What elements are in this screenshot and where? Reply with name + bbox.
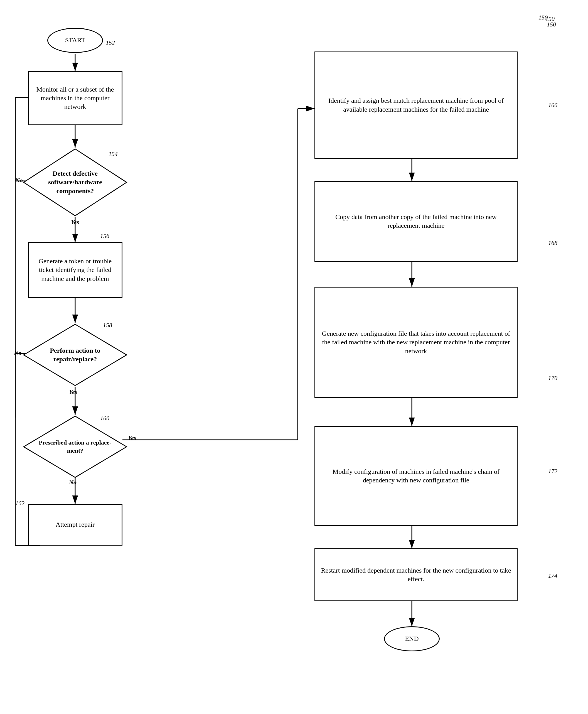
no-detect-label: No [15,177,23,184]
prescribed-text: Prescribed action a replace- ment? [22,439,128,454]
diagram-container: 150 150 START 152 Monitor all or a subse… [0,0,588,714]
modify-text: Modify configuration of machines in fail… [319,467,512,485]
copy-box: Copy data from another copy of the faile… [314,181,518,262]
restart-text: Restart modified dependent machines for … [319,566,512,584]
ref-174: 174 [548,572,558,579]
ref-166: 166 [548,102,558,109]
modify-box: Modify configuration of machines in fail… [314,426,518,526]
attempt-repair-text: Attempt repair [56,520,95,529]
ref-156: 156 [100,232,109,240]
ref-150-right: 150 [547,21,556,28]
no-repair-label: No [14,349,21,356]
start-oval: START [47,28,103,53]
repair-diamond-wrapper: Perform action to repair/replace? [22,323,128,387]
ref-152: 152 [106,39,115,46]
ref-162: 162 [15,499,24,507]
attempt-repair-box: Attempt repair [28,504,122,546]
restart-box: Restart modified dependent machines for … [314,548,518,601]
identify-box: Identify and assign best match replaceme… [314,52,518,159]
detect-diamond-wrapper: Detect defective software/hardware compo… [22,147,128,217]
no-prescribed-label: No [69,479,77,486]
monitor-box: Monitor all or a subset of the machines … [28,71,122,125]
ref-150-label: 150 [539,14,548,21]
ref-168: 168 [548,239,558,247]
identify-text: Identify and assign best match replaceme… [319,96,512,114]
repair-text: Perform action to repair/replace? [22,346,128,364]
detect-text: Detect defective software/hardware compo… [22,169,128,196]
end-oval: END [384,626,440,651]
monitor-text: Monitor all or a subset of the machines … [33,85,118,111]
yes-detect-label: Yes [71,219,79,226]
repair-diamond: Perform action to repair/replace? [22,323,128,387]
generate-text: Generate new configuration file that tak… [319,329,512,355]
start-label: START [65,36,85,44]
prescribed-diamond-wrapper: Prescribed action a replace- ment? [22,415,128,479]
token-box: Generate a token or trouble ticket ident… [28,242,122,298]
generate-box: Generate new configuration file that tak… [314,287,518,398]
copy-text: Copy data from another copy of the faile… [319,213,512,230]
yes-prescribed-label: Yes [128,434,136,442]
token-text: Generate a token or trouble ticket ident… [33,257,118,283]
ref-170: 170 [548,374,558,382]
yes-repair-label: Yes [69,388,77,395]
detect-diamond: Detect defective software/hardware compo… [22,147,128,217]
ref-172: 172 [548,468,558,475]
prescribed-diamond: Prescribed action a replace- ment? [22,415,128,479]
end-label: END [405,634,419,643]
